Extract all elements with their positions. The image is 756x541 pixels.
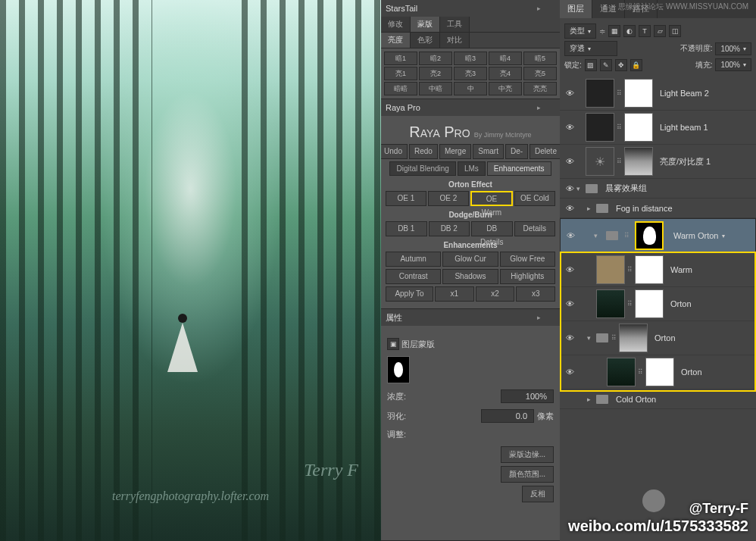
tab-tools[interactable]: 工具 [440,17,470,32]
layer-warm[interactable]: 👁⠿Warm [560,253,756,287]
luminosity-btn-10[interactable]: 暗暗 [384,82,417,95]
visibility-icon[interactable]: 👁 [563,202,576,215]
lock-all-icon[interactable]: 🔒 [630,59,642,71]
enh-btn-1[interactable]: Glow Cur [442,252,498,267]
tab-digital-blending[interactable]: Digital Blending [389,161,456,176]
layer-thumb[interactable] [607,358,636,386]
adjustment-icon[interactable]: ☀ [586,147,614,176]
luminosity-btn-13[interactable]: 中亮 [489,82,522,95]
enh2-btn-1[interactable]: Shadows [442,269,498,284]
tab-lms[interactable]: LMs [458,161,486,176]
layer-name[interactable]: 亮度/对比度 1 [660,156,711,167]
mask-thumb[interactable] [624,79,653,108]
luminosity-btn-9[interactable]: 亮5 [523,67,557,80]
db-btn-1[interactable]: DB 2 [429,221,470,236]
lock-position-icon[interactable]: ✥ [615,59,627,71]
enh-btn-0[interactable]: Autumn [386,252,441,267]
menu-icon[interactable]: ▸ [537,314,545,321]
tab-modify[interactable]: 修改 [381,17,411,32]
oe-cold-button[interactable]: OE Cold [514,191,555,206]
layer-light-beam-2[interactable]: 👁⠿Light Beam 2 [560,77,756,111]
visibility-icon[interactable]: 👁 [563,155,576,168]
mask-edge-button[interactable]: 蒙版边缘... [501,446,554,463]
filter-shape-icon[interactable]: ▱ [654,25,666,37]
raya-btn-5[interactable]: Delete [530,144,562,159]
tab-mask[interactable]: 蒙版 [411,17,440,32]
apply-x1[interactable]: x1 [435,286,474,302]
enh2-btn-0[interactable]: Contrast [386,269,441,284]
visibility-icon[interactable]: 👁 [564,229,577,242]
layer-name[interactable]: Fog in distance [616,204,673,213]
opacity-value[interactable]: 100% [715,42,751,55]
visibility-icon[interactable]: 👁 [563,331,576,345]
density-value[interactable]: 100% [501,389,554,403]
layer-light-beam-1[interactable]: 👁⠿Light beam 1 [560,111,756,145]
invert-button[interactable]: 反相 [522,486,554,502]
layer-name[interactable]: Light Beam 2 [660,89,709,98]
luminosity-btn-14[interactable]: 亮亮 [523,82,557,95]
close-icon[interactable]: ▪ [548,314,555,321]
raya-btn-1[interactable]: Redo [409,144,438,159]
apply-x2[interactable]: x2 [476,286,515,302]
luminosity-btn-3[interactable]: 暗4 [489,52,522,65]
visibility-icon[interactable] [563,392,576,406]
layer-name[interactable]: Orton [654,333,676,342]
mask-icon[interactable]: ▣ [387,338,399,350]
enh-btn-2[interactable]: Glow Free [500,252,555,267]
layer--1[interactable]: 👁☀⠿亮度/对比度 1 [560,145,756,179]
close-icon[interactable]: ▪ [548,5,555,12]
layer-name[interactable]: Orton [670,299,692,308]
oe1-button[interactable]: OE 1 [386,191,426,206]
visibility-icon[interactable]: 👁 [563,86,576,100]
minimize-icon[interactable]: ▸ [537,104,545,111]
db-btn-0[interactable]: DB 1 [386,221,427,236]
tab-enhancements[interactable]: Enhancements [487,161,551,176]
layer-cold-orton[interactable]: ▸Cold Orton [560,389,756,409]
apply-to-button[interactable]: Apply To [386,286,433,302]
color-range-button[interactable]: 颜色范围... [501,466,554,483]
visibility-icon[interactable]: 👁 [563,365,576,379]
visibility-icon[interactable]: 👁 [563,120,576,134]
layer-orton[interactable]: 👁⠿Orton [560,355,756,389]
tab-contrast[interactable]: 对比 [440,33,470,48]
mask-thumb[interactable] [619,324,648,352]
mask-thumb[interactable] [645,358,674,386]
layer-orton[interactable]: 👁⠿Orton [560,287,756,321]
luminosity-btn-5[interactable]: 亮1 [384,67,417,80]
layer-fog-in-distance[interactable]: 👁▸Fog in distance [560,199,756,218]
luminosity-btn-6[interactable]: 亮2 [419,67,452,80]
lock-pixels-icon[interactable]: ✎ [600,59,612,71]
layer-warm-orton[interactable]: 👁▾⠿Warm Orton [560,218,756,253]
filter-kind[interactable]: 类型 [564,23,596,39]
luminosity-btn-4[interactable]: 暗5 [523,52,557,65]
layer-name[interactable]: Warm [670,265,692,274]
fill-value[interactable]: 100% [715,58,751,71]
visibility-icon[interactable]: 👁 [563,182,576,195]
apply-x3[interactable]: x3 [516,286,555,302]
filter-type-icon[interactable]: T [639,25,651,37]
layer-name[interactable]: Warm Orton [673,231,719,240]
luminosity-btn-2[interactable]: 暗3 [454,52,487,65]
oe2-button[interactable]: OE 2 [428,191,469,206]
layer-thumb[interactable] [586,79,614,108]
db-btn-3[interactable]: Details [514,221,556,236]
feather-value[interactable]: 0.0 [481,409,534,423]
luminosity-btn-12[interactable]: 中 [454,82,487,95]
layer--[interactable]: 👁▾晨雾效果组 [560,179,756,199]
mask-thumb[interactable] [635,289,664,318]
filter-adjust-icon[interactable]: ◐ [623,25,636,37]
fold-icon[interactable]: ▸ [587,205,596,212]
minimize-icon[interactable]: ▸ [537,5,545,12]
fold-icon[interactable]: ▾ [594,232,603,239]
layer-thumb[interactable] [586,113,614,142]
luminosity-btn-7[interactable]: 亮3 [454,67,487,80]
layer-name[interactable]: Cold Orton [616,395,656,404]
layer-name[interactable]: Light beam 1 [660,123,708,132]
tab-color[interactable]: 色彩 [411,33,440,48]
fold-icon[interactable]: ▸ [587,396,596,403]
close-icon[interactable]: ▪ [548,104,555,111]
luminosity-btn-8[interactable]: 亮4 [489,67,522,80]
filter-pixel-icon[interactable]: ▦ [608,25,620,37]
layer-name[interactable]: 晨雾效果组 [605,183,647,194]
fold-icon[interactable]: ▾ [576,185,586,192]
